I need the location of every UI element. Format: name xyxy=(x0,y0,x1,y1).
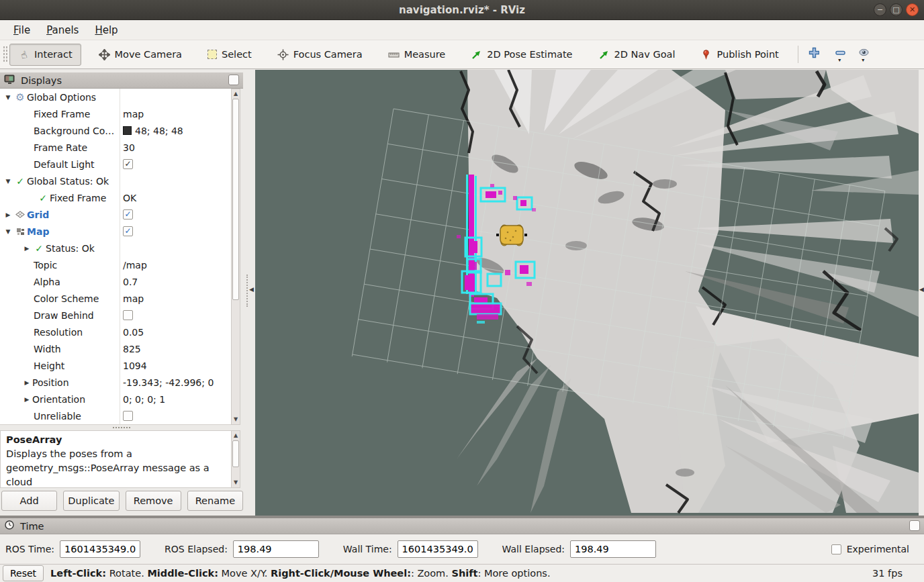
color-swatch[interactable] xyxy=(123,126,132,135)
scroll-up-icon[interactable]: ▲ xyxy=(232,432,240,440)
description-scrollbar[interactable]: ▲ ▼ xyxy=(231,430,240,488)
check-icon: ✓ xyxy=(36,193,50,203)
main-area: Displays ▼ ⚙ Global Options Fixed Frame … xyxy=(0,69,924,516)
reset-button[interactable]: Reset xyxy=(3,565,44,581)
tree-scrollbar[interactable]: ▲ ▼ xyxy=(231,89,240,425)
status-bar: Reset Left-Click: Rotate. Middle-Click: … xyxy=(0,564,924,582)
menu-panels[interactable]: Panels xyxy=(40,21,85,39)
expander-icon[interactable]: ▼ xyxy=(3,228,13,235)
experimental-checkbox[interactable] xyxy=(831,544,841,554)
tree-row-global-options[interactable]: ▼ ⚙ Global Options xyxy=(0,89,240,105)
check-icon: ✓ xyxy=(13,176,27,187)
time-panel-content: ROS Time: ROS Elapsed: Wall Time: Wall E… xyxy=(0,534,924,564)
minimize-button[interactable]: − xyxy=(874,3,886,16)
tree-row-grid[interactable]: ▶ Grid ✓ xyxy=(0,206,240,223)
chevron-down-icon[interactable]: ▾ xyxy=(862,58,864,62)
toolbar-drag-handle[interactable] xyxy=(3,46,8,63)
expander-icon[interactable]: ▼ xyxy=(3,94,13,101)
tool-focus-camera[interactable]: Focus Camera xyxy=(269,44,371,65)
tool-2d-pose-estimate[interactable]: 2D Pose Estimate xyxy=(463,44,580,65)
ros-elapsed-input[interactable] xyxy=(233,540,319,558)
expander-icon[interactable]: ▶ xyxy=(3,211,13,218)
wall-elapsed-input[interactable] xyxy=(570,540,656,558)
scroll-down-icon[interactable]: ▼ xyxy=(232,416,240,424)
panel-splitter[interactable] xyxy=(0,425,243,430)
monitor-icon xyxy=(4,75,15,87)
display-buttons: Add Duplicate Remove Rename xyxy=(1,491,243,511)
check-icon: ✓ xyxy=(32,243,46,254)
unreliable-checkbox[interactable] xyxy=(123,411,133,421)
tree-row-fixed-frame[interactable]: Fixed Frame map xyxy=(0,105,240,122)
tool-select[interactable]: Select xyxy=(199,44,260,64)
clock-icon xyxy=(4,520,15,532)
collapse-right-icon[interactable]: ◀ xyxy=(919,286,924,293)
tree-row-fixed-frame-status[interactable]: ✓ Fixed Frame OK xyxy=(0,189,240,206)
tree-row-topic[interactable]: Topic /map xyxy=(0,256,240,273)
rename-button[interactable]: Rename xyxy=(187,491,243,511)
tool-measure[interactable]: Measure xyxy=(380,44,454,65)
map-icon xyxy=(13,228,27,236)
tree-row-orientation[interactable]: ▶ Orientation 0; 0; 0; 1 xyxy=(0,391,240,407)
time-panel-close-button[interactable] xyxy=(909,520,920,531)
scrollbar-thumb[interactable] xyxy=(232,440,239,467)
expander-icon[interactable]: ▼ xyxy=(3,178,13,185)
scroll-down-icon[interactable]: ▼ xyxy=(232,479,240,487)
tool-move-camera[interactable]: Move Camera xyxy=(91,44,190,65)
expander-icon[interactable]: ▶ xyxy=(21,396,32,403)
wall-time-input[interactable] xyxy=(398,540,478,558)
chevron-down-icon[interactable]: ▾ xyxy=(838,58,841,62)
fixed-frame-value[interactable]: map xyxy=(123,109,144,119)
menu-file[interactable]: File xyxy=(7,21,37,39)
tree-row-resolution[interactable]: Resolution 0.05 xyxy=(0,324,240,340)
default-light-checkbox[interactable]: ✓ xyxy=(123,159,133,169)
close-button[interactable]: ✕ xyxy=(906,3,919,16)
remove-button[interactable]: Remove xyxy=(126,491,181,511)
experimental-option: Experimental xyxy=(831,544,919,554)
tree-row-draw-behind[interactable]: Draw Behind xyxy=(0,307,240,324)
tree-row-map[interactable]: ▼ Map ✓ xyxy=(0,223,240,240)
scroll-up-icon[interactable]: ▲ xyxy=(232,90,240,98)
display-description: PoseArray Displays the poses from a geom… xyxy=(0,430,240,488)
tree-row-background-color[interactable]: Background Co… 48; 48; 48 xyxy=(0,122,240,139)
expander-icon[interactable]: ▶ xyxy=(21,245,32,252)
tree-row-default-light[interactable]: Default Light ✓ xyxy=(0,156,240,173)
tree-row-position[interactable]: ▶ Position -19.343; -42.996; 0 xyxy=(0,374,240,391)
add-button[interactable]: Add xyxy=(1,491,57,511)
plus-icon[interactable] xyxy=(808,47,819,58)
menu-help[interactable]: Help xyxy=(88,21,124,39)
tree-row-unreliable[interactable]: Unreliable xyxy=(0,407,240,424)
map-enabled-checkbox[interactable]: ✓ xyxy=(123,226,133,236)
toolbar: ☝ Interact Move Camera Select Focus Came… xyxy=(0,40,924,69)
collapse-left-icon[interactable]: ◀ xyxy=(249,286,254,293)
tool-publish-point[interactable]: Publish Point xyxy=(692,44,786,65)
eye-icon[interactable] xyxy=(858,47,869,58)
focus-crosshair-icon xyxy=(277,49,289,60)
tree-row-frame-rate[interactable]: Frame Rate 30 xyxy=(0,139,240,156)
window-title: navigation.rviz* - RViz xyxy=(399,4,525,16)
maximize-button[interactable]: □ xyxy=(890,3,903,16)
3d-viewport[interactable] xyxy=(255,70,919,516)
grid-enabled-checkbox[interactable]: ✓ xyxy=(123,209,133,220)
tree-row-width[interactable]: Width 825 xyxy=(0,340,240,357)
displays-panel-close-button[interactable] xyxy=(228,75,239,85)
tree-row-map-status[interactable]: ▶ ✓ Status: Ok xyxy=(0,240,240,256)
green-arrow-icon xyxy=(471,49,482,60)
time-panel-header[interactable]: Time xyxy=(0,518,924,534)
grid-icon xyxy=(13,211,27,218)
hand-icon: ☝ xyxy=(17,48,31,62)
tree-row-color-scheme[interactable]: Color Scheme map xyxy=(0,290,240,307)
tree-row-height[interactable]: Height 1094 xyxy=(0,357,240,374)
displays-panel-header[interactable]: Displays xyxy=(0,72,243,89)
tree-row-global-status[interactable]: ▼ ✓ Global Status: Ok xyxy=(0,173,240,189)
minus-icon[interactable] xyxy=(834,47,845,58)
right-panel-handle[interactable]: ◀ xyxy=(919,70,924,516)
duplicate-button[interactable]: Duplicate xyxy=(63,491,119,511)
viewport-splitter[interactable]: ◀ xyxy=(243,70,255,516)
tree-row-alpha[interactable]: Alpha 0.7 xyxy=(0,273,240,290)
tool-interact[interactable]: ☝ Interact xyxy=(9,44,81,66)
ros-time-input[interactable] xyxy=(60,540,140,558)
tool-2d-nav-goal[interactable]: 2D Nav Goal xyxy=(590,44,684,65)
draw-behind-checkbox[interactable] xyxy=(123,310,133,320)
scrollbar-thumb[interactable] xyxy=(232,99,239,300)
expander-icon[interactable]: ▶ xyxy=(21,379,32,386)
